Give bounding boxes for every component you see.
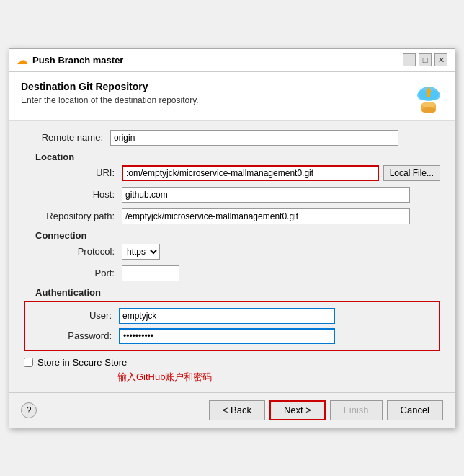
push-branch-dialog: ☁ Push Branch master — □ ✕ Destination G…	[9, 48, 455, 428]
finish-button[interactable]: Finish	[330, 400, 383, 420]
header-text: Destination Git Repository Enter the loc…	[21, 81, 199, 105]
maximize-button[interactable]: □	[419, 53, 432, 66]
repo-path-input[interactable]	[122, 208, 410, 224]
back-button[interactable]: < Back	[209, 400, 265, 420]
cloud-upload-icon	[414, 81, 443, 113]
local-file-button[interactable]: Local File...	[383, 165, 440, 181]
title-bar: ☁ Push Branch master — □ ✕	[9, 49, 455, 72]
svg-point-7	[421, 107, 436, 113]
host-label: Host:	[35, 189, 122, 200]
secure-store-row: Store in Secure Store	[24, 357, 440, 368]
port-label: Port:	[35, 268, 122, 278]
help-button[interactable]: ?	[21, 402, 37, 418]
minimize-button[interactable]: —	[403, 53, 416, 66]
cancel-button[interactable]: Cancel	[387, 400, 443, 420]
location-section-label: Location	[24, 151, 440, 162]
protocol-select[interactable]: https http ssh git	[122, 244, 160, 260]
uri-label: URI:	[35, 167, 122, 178]
password-row: Password:	[32, 328, 432, 344]
next-button[interactable]: Next >	[269, 400, 326, 420]
repo-path-row: Repository path:	[24, 208, 440, 224]
close-button[interactable]: ✕	[434, 53, 447, 66]
uri-input[interactable]	[122, 165, 379, 181]
title-bar-title: Push Branch master	[32, 55, 123, 66]
host-row: Host:	[24, 187, 440, 203]
auth-section-label: Authentication	[24, 287, 440, 298]
footer-buttons: < Back Next > Finish Cancel	[209, 400, 443, 420]
dialog-body: Remote name: Location URI: Local File...…	[9, 121, 455, 392]
protocol-label: Protocol:	[35, 246, 122, 257]
remote-name-input[interactable]	[110, 130, 398, 146]
user-input[interactable]	[119, 308, 335, 324]
dialog-footer: ? < Back Next > Finish Cancel	[9, 392, 455, 428]
connection-section-label: Connection	[24, 230, 440, 241]
svg-point-8	[421, 102, 436, 107]
host-input[interactable]	[122, 187, 410, 203]
remote-name-row: Remote name:	[24, 130, 440, 146]
password-input[interactable]	[119, 328, 335, 344]
header-icon	[414, 81, 443, 113]
uri-row: URI: Local File...	[24, 165, 440, 181]
port-row: Port:	[24, 265, 440, 281]
secure-store-label: Store in Secure Store	[37, 357, 127, 368]
repo-path-label: Repository path:	[35, 211, 122, 221]
svg-rect-4	[427, 92, 430, 97]
port-input[interactable]	[122, 265, 179, 281]
remote-name-label: Remote name:	[24, 132, 110, 143]
dialog-header: Destination Git Repository Enter the loc…	[9, 72, 455, 121]
user-label: User:	[32, 310, 119, 321]
hint-text: 输入GitHub账户和密码	[117, 371, 440, 384]
header-subtext: Enter the location of the destination re…	[21, 95, 199, 105]
secure-store-checkbox[interactable]	[24, 358, 33, 367]
dialog-icon: ☁	[17, 53, 28, 67]
auth-section: User: Password:	[24, 301, 440, 351]
header-heading: Destination Git Repository	[21, 81, 199, 92]
protocol-row: Protocol: https http ssh git	[24, 244, 440, 260]
title-bar-left: ☁ Push Branch master	[17, 53, 123, 67]
user-row: User:	[32, 308, 432, 324]
password-label: Password:	[32, 330, 119, 341]
title-bar-controls: — □ ✕	[403, 53, 447, 66]
